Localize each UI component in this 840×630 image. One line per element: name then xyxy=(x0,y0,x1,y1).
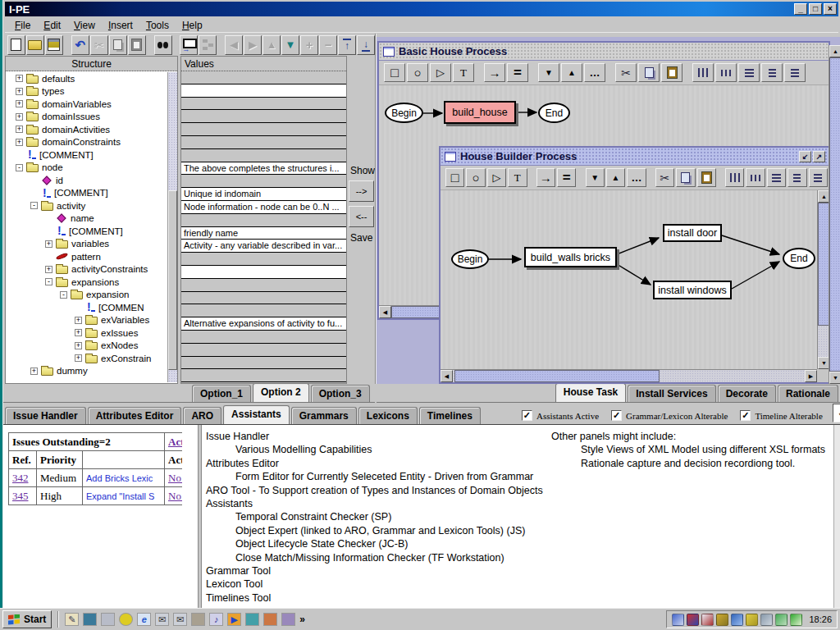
insert-child-node-button[interactable] xyxy=(199,35,217,55)
quicklaunch-overflow-chevron[interactable]: » xyxy=(299,614,305,625)
insert-node-button[interactable] xyxy=(180,35,198,55)
menu-item[interactable]: Insert xyxy=(102,19,139,32)
menu-item[interactable]: Help xyxy=(176,19,209,32)
value-row[interactable] xyxy=(181,369,346,382)
tree-item[interactable]: domainIssues xyxy=(6,111,167,124)
tree-item[interactable]: domainConstraints xyxy=(6,136,167,149)
navigate-up-button[interactable] xyxy=(262,35,281,55)
value-row[interactable] xyxy=(181,110,346,123)
menu-item[interactable]: Edit xyxy=(37,19,67,32)
paste-tool[interactable] xyxy=(661,63,682,82)
value-row[interactable]: Alternative expansions of activity to fu… xyxy=(181,317,346,331)
tool-tab[interactable]: Grammars xyxy=(291,407,357,424)
collapse-up-tool[interactable] xyxy=(606,168,625,187)
copy-tool[interactable] xyxy=(676,168,695,187)
expander-icon[interactable] xyxy=(75,342,82,349)
bottom-splitter[interactable] xyxy=(198,425,202,609)
task-tab[interactable]: Decorate xyxy=(718,385,776,402)
tree-vertical-scrollbar[interactable] xyxy=(167,72,177,382)
value-row[interactable] xyxy=(181,98,346,111)
build-house-node[interactable]: build_house xyxy=(444,101,516,124)
value-row[interactable] xyxy=(181,266,346,279)
expander-icon[interactable] xyxy=(60,291,67,299)
cd-tray-icon[interactable] xyxy=(775,614,788,626)
collapse-up-tool[interactable] xyxy=(561,63,582,82)
tree-item[interactable]: exVariables xyxy=(6,314,167,327)
computer-manager-quicklaunch-icon[interactable] xyxy=(101,613,115,626)
value-row[interactable] xyxy=(181,214,346,227)
end-node[interactable]: End xyxy=(783,248,815,269)
value-row[interactable] xyxy=(181,292,346,305)
distribute-horizontal-tool[interactable] xyxy=(725,168,744,187)
scheduler-tray-icon[interactable] xyxy=(672,614,684,626)
rectangle-node-tool[interactable] xyxy=(445,168,464,187)
issue-ref-link[interactable]: 342 xyxy=(12,472,29,484)
tree-item[interactable]: activityConstraints xyxy=(6,263,167,276)
scroll-left-icon[interactable]: ◀ xyxy=(441,370,453,382)
search-clock-tray-icon[interactable] xyxy=(701,614,714,626)
tree-item[interactable]: [COMMENT] xyxy=(6,225,167,238)
tree-item[interactable]: [COMMENT] xyxy=(6,187,167,200)
tool-tab[interactable]: Issue Handler xyxy=(5,407,86,424)
value-row[interactable] xyxy=(181,344,346,357)
scrollbar-thumb[interactable] xyxy=(829,57,840,372)
tree-item[interactable]: types xyxy=(6,85,167,98)
tree-item[interactable]: expansions xyxy=(6,276,167,289)
restore-window-button[interactable]: ↙ xyxy=(799,151,811,162)
navigate-left-button[interactable] xyxy=(225,35,243,55)
tree-item[interactable]: activity xyxy=(6,199,167,212)
install-windows-node[interactable]: install windows xyxy=(653,281,732,299)
value-row[interactable] xyxy=(181,357,346,370)
issue-ref-link[interactable]: 345 xyxy=(12,490,29,502)
internet-explorer-quicklaunch-icon[interactable]: e xyxy=(137,613,151,626)
tree-item[interactable]: name xyxy=(6,212,167,226)
align-right-tool[interactable] xyxy=(809,168,828,187)
expander-icon[interactable] xyxy=(75,354,82,362)
more-options-tool[interactable] xyxy=(627,168,646,187)
expander-icon[interactable] xyxy=(30,202,38,209)
yellow-badge-quicklaunch-icon[interactable] xyxy=(119,613,133,626)
expander-icon[interactable] xyxy=(16,100,23,107)
menu-item[interactable]: Tools xyxy=(139,19,176,32)
workstation-quicklaunch-icon[interactable] xyxy=(191,613,205,626)
expand-down-tool[interactable] xyxy=(538,63,559,82)
issue-description-link[interactable]: Add Bricks Lexic xyxy=(86,473,153,483)
antivirus-shield-tray-icon[interactable] xyxy=(687,614,699,626)
paint-quicklaunch-icon[interactable] xyxy=(263,613,277,626)
move-to-top-button[interactable] xyxy=(338,35,356,55)
option-tab[interactable]: Option 2 xyxy=(253,383,309,402)
shape-dropdown[interactable]: ◇ ▼ xyxy=(833,404,840,422)
expander-icon[interactable] xyxy=(45,240,52,248)
minimize-button[interactable]: _ xyxy=(794,3,807,15)
value-row[interactable]: friendly name xyxy=(181,227,346,240)
text-tool[interactable] xyxy=(453,63,474,82)
expander-icon[interactable] xyxy=(30,368,38,375)
expander-icon[interactable] xyxy=(75,317,82,324)
expander-icon[interactable] xyxy=(16,113,23,121)
scroll-right-icon[interactable]: ▶ xyxy=(805,370,817,382)
expander-icon[interactable] xyxy=(75,329,82,336)
open-button[interactable] xyxy=(26,35,44,55)
cut-tool[interactable] xyxy=(615,63,637,82)
network-globe-tray-icon[interactable] xyxy=(790,614,802,626)
save-state-tray-icon[interactable] xyxy=(760,614,773,626)
begin-node[interactable]: Begin xyxy=(451,249,489,269)
install-door-node[interactable]: install door xyxy=(663,224,722,242)
ellipse-node-tool[interactable] xyxy=(407,63,428,82)
option-tab[interactable]: Option_3 xyxy=(311,385,370,402)
undo-button[interactable] xyxy=(71,35,89,55)
value-row[interactable] xyxy=(181,71,346,84)
distribute-vertical-tool[interactable] xyxy=(715,63,737,82)
task-tab[interactable]: Rationale xyxy=(778,385,838,402)
checked-checkbox[interactable] xyxy=(522,410,532,421)
scrollbar-thumb[interactable] xyxy=(454,370,660,382)
tree-item[interactable]: domainVariables xyxy=(6,98,167,111)
scrollbar-thumb[interactable] xyxy=(168,190,177,370)
add-button[interactable] xyxy=(300,35,318,55)
cd-player-quicklaunch-icon[interactable] xyxy=(281,613,295,626)
remove-button[interactable] xyxy=(319,35,337,55)
tree-item[interactable]: defaults xyxy=(6,72,167,85)
cut-button[interactable] xyxy=(90,35,108,55)
mail-quicklaunch-icon[interactable]: ✉ xyxy=(155,613,169,626)
tree-item[interactable]: exIssues xyxy=(6,326,167,340)
